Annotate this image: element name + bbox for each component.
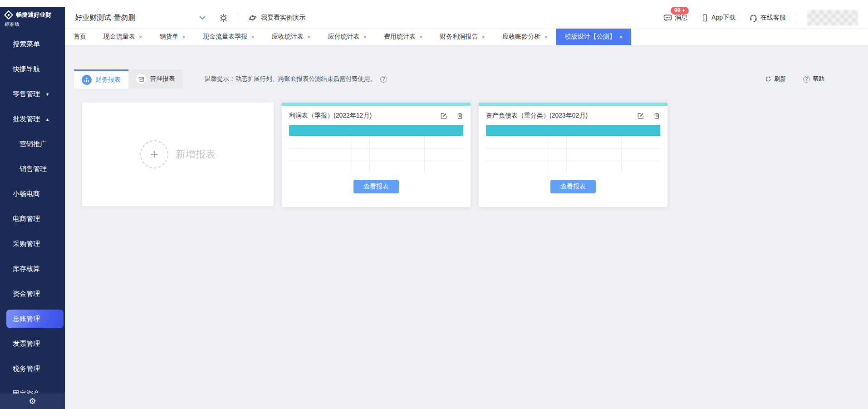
sidebar-item[interactable]: 发票管理 [0,331,65,356]
report-card-title: 利润表（季报）(2022年12月) [289,112,372,120]
help-label: 帮助 [813,75,824,83]
view-report-button[interactable]: 查看报表 [353,180,399,193]
page-tab-label: 应收统计表 [272,33,304,41]
page-tab[interactable]: 财务利润报告 × [432,29,494,45]
page-tab[interactable]: 应收账龄分析 × [494,29,556,45]
tab-close-icon[interactable]: × [307,34,311,40]
sidebar-item-label: 发票管理 [13,340,40,348]
page-tab-label: 首页 [74,33,86,41]
sidebar-settings-button[interactable]: ⚙ [0,394,65,409]
sidebar-item-label: 批发管理 [13,115,40,123]
sidebar-item-label: 总账管理 [13,315,40,323]
sidebar-item[interactable]: 快捷导航 [0,57,65,82]
card-top-strip [282,103,471,106]
phone-icon [701,14,709,22]
sidebar-item-label: 采购管理 [13,240,40,248]
refresh-button[interactable]: 刷新 [765,75,786,83]
refresh-label: 刷新 [774,75,786,83]
trash-icon[interactable] [653,112,660,119]
page-tab-label: 财务利润报告 [440,33,478,41]
sidebar-item[interactable]: 资金管理 [0,281,65,306]
sidebar-item-label: 电商管理 [13,215,40,223]
sidebar-item[interactable]: 库存核算 [0,256,65,281]
settings-gear-button[interactable] [219,14,228,22]
edit-icon[interactable] [637,112,644,119]
messages-label: 消息 [675,14,687,22]
page-tab[interactable]: 费用统计表 × [375,29,432,45]
sidebar-item[interactable]: 零售管理 ▼ [0,82,65,107]
planet-icon [248,14,257,22]
view-report-button[interactable]: 查看报表 [550,180,596,193]
messages-button[interactable]: 99 + 消息 [663,14,687,22]
page-tab[interactable]: 首页 × [65,29,95,45]
online-service-label: 在线客服 [760,14,786,22]
gear-icon: ⚙ [29,397,36,405]
sidebar-item[interactable]: 批发管理 ▲ [0,107,65,132]
sidebar-item-label: 快捷导航 [13,65,40,74]
tab-close-icon[interactable]: × [619,34,623,40]
sidebar-item[interactable]: 营销推广 [0,132,65,157]
financial-report-icon [82,75,92,85]
sidebar-item-label: 搜索菜单 [13,40,40,49]
management-report-icon [136,74,146,84]
company-name: 好业财测试-量勿删 [75,13,135,23]
tab-financial-label: 财务报表 [95,76,121,84]
tab-close-icon[interactable]: × [251,34,255,40]
page-tab[interactable]: 现金流量表 × [95,29,151,45]
user-account-blurred[interactable] [807,10,858,25]
sidebar-item[interactable]: 销售管理 [0,157,65,182]
tab-close-icon[interactable]: × [182,34,186,40]
sidebar-item[interactable]: 税务管理 [0,356,65,381]
sidebar-item-label: 小畅电商 [13,190,40,198]
sidebar-item[interactable]: 小畅电商 [0,182,65,207]
page-tab[interactable]: 应收统计表 × [263,29,319,45]
sidebar-item[interactable]: 搜索菜单 [0,32,65,57]
page-tab-label: 销货单 [160,33,179,41]
report-cards-row: + 新增报表 利润表（季报）(2022年12月) [82,102,668,207]
tab-close-icon[interactable]: × [419,34,423,40]
sidebar-item[interactable]: 采购管理 [0,232,65,256]
company-selector[interactable]: 好业财测试-量勿删 [75,13,206,23]
app-download-button[interactable]: App下载 [701,14,736,22]
trash-icon[interactable] [456,112,463,119]
page-tab-label: 现金流量表 [103,33,135,41]
sidebar-item-label: 零售管理 [13,90,40,99]
add-report-card[interactable]: + 新增报表 [82,102,274,207]
tab-financial-reports[interactable]: 财务报表 [74,69,128,89]
page-tab-label: 应付统计表 [328,33,359,41]
tab-close-icon[interactable]: × [482,34,485,40]
expand-arrow-icon: ▲ [45,117,49,122]
page-tab[interactable]: 应付统计表 × [319,29,375,45]
online-service-button[interactable]: 在线客服 [749,14,786,22]
sidebar-item-label: 销售管理 [20,165,47,173]
page-tab-label: 应收账龄分析 [502,33,540,41]
table-header-bar [289,125,463,136]
plus-icon: + [140,140,168,168]
table-grid-preview [289,136,463,174]
headset-icon [749,14,758,22]
page-tab[interactable]: 销货单 × [151,29,195,45]
help-icon: ? [803,76,810,83]
help-button[interactable]: ? 帮助 [803,75,824,83]
demo-link[interactable]: 我要看实例演示 [248,14,305,22]
tab-close-icon[interactable]: × [544,34,548,40]
tab-close-icon[interactable]: × [363,34,367,40]
tab-management-label: 管理报表 [150,75,175,83]
report-tabs-row: 财务报表 管理报表 温馨提示：动态扩展行列、跨账套报表公测结束后需付费使用。 ?… [65,69,868,89]
topbar-divider-2 [796,12,796,23]
sidebar-item[interactable]: 总账管理 [0,306,65,331]
tab-close-icon[interactable]: × [139,34,142,40]
page-tab[interactable]: 模版设计【公测】 × [556,29,632,45]
edit-icon[interactable] [440,112,447,119]
tip-help-icon[interactable]: ? [380,76,387,83]
page-tab[interactable]: 现金流量表季报 × [194,29,263,45]
tab-management-reports[interactable]: 管理报表 [128,69,183,89]
sidebar-item-label: 营销推广 [20,140,47,148]
edition-label: 标准版 [5,21,62,28]
sidebar-menu: 搜索菜单 快捷导航 零售管理 ▼ 批发管理 ▲ 营销推广 [0,32,65,395]
report-card: 利润表（季报）(2022年12月) [281,102,471,207]
sidebar-item[interactable]: 电商管理 [0,207,65,232]
tip-text: 温馨提示：动态扩展行列、跨账套报表公测结束后需付费使用。 [205,75,376,83]
brand-name: 畅捷通好业财 [16,11,51,19]
sidebar-item-label: 税务管理 [13,365,40,373]
